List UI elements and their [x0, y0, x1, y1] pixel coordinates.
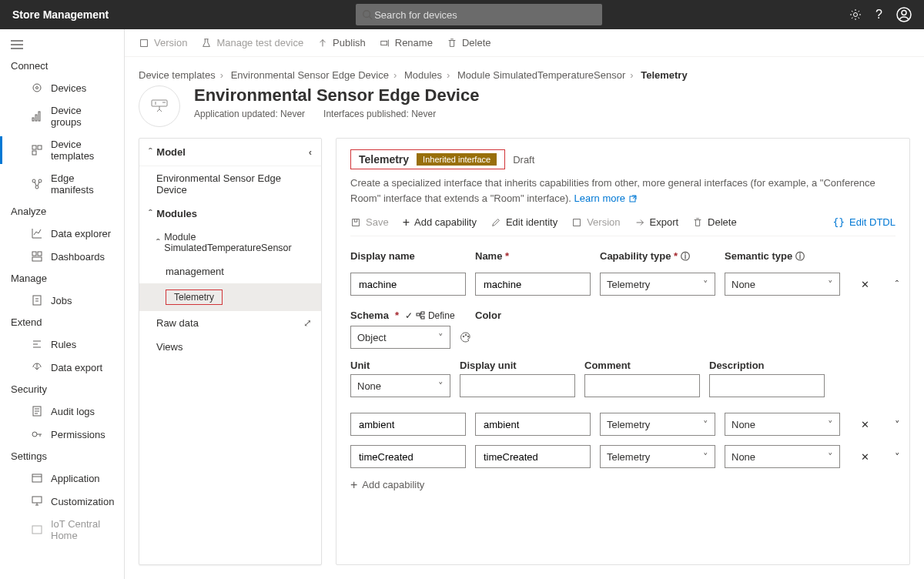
capability-type-select[interactable]: Telemetry˅: [600, 413, 715, 436]
tree-telemetry[interactable]: Telemetry: [139, 283, 321, 311]
tool-publish[interactable]: Publish: [317, 37, 366, 49]
unit-select[interactable]: None˅: [350, 374, 450, 397]
nav-item-edge-manifests[interactable]: Edge manifests: [0, 167, 124, 201]
name-input[interactable]: [475, 273, 591, 296]
name-input[interactable]: [475, 445, 591, 468]
job-icon: [31, 294, 43, 306]
expand-row-button[interactable]: ˅: [889, 419, 905, 430]
add-capability-link[interactable]: +Add capability: [350, 473, 896, 497]
svg-rect-12: [38, 112, 40, 121]
nav-item-permissions[interactable]: Permissions: [0, 423, 124, 446]
svg-point-2: [854, 13, 858, 17]
search-box[interactable]: [356, 4, 602, 25]
expand-row-button[interactable]: ˅: [889, 451, 905, 463]
nav-item-devices[interactable]: Devices: [0, 76, 124, 99]
breadcrumb-current: Telemetry: [641, 69, 687, 81]
svg-line-1: [370, 17, 373, 20]
define-button[interactable]: ✓ Define: [405, 310, 455, 321]
breadcrumb-link[interactable]: Module SimulatedTemperatureSensor: [457, 69, 625, 81]
svg-rect-19: [32, 252, 36, 256]
nav-item-dashboards[interactable]: Dashboards: [0, 245, 124, 268]
nav-item-audit-logs[interactable]: Audit logs: [0, 400, 124, 423]
semantic-type-select[interactable]: None˅: [725, 445, 840, 468]
left-navigation: Connect Devices Device groups Device tem…: [0, 29, 125, 579]
help-icon[interactable]: ?: [875, 8, 882, 22]
collapse-row-button[interactable]: ˆ: [889, 279, 905, 290]
nav-item-rules[interactable]: Rules: [0, 333, 124, 356]
column-headers: Display name Name * Capability type *ⓘ S…: [350, 246, 896, 268]
nav-item-customization[interactable]: Customization: [0, 490, 124, 513]
semantic-type-select[interactable]: None˅: [725, 273, 840, 296]
chevron-up-icon[interactable]: ˆ: [149, 146, 152, 158]
settings-gear-icon[interactable]: [849, 8, 862, 21]
color-picker-icon[interactable]: [460, 331, 575, 343]
info-icon[interactable]: ⓘ: [795, 251, 805, 262]
hamburger-menu-icon[interactable]: [0, 37, 124, 55]
expand-icon[interactable]: ⤢: [303, 317, 312, 329]
svg-rect-11: [35, 115, 37, 121]
tree-views[interactable]: Views: [139, 335, 321, 359]
description-input[interactable]: [709, 374, 825, 397]
export-button[interactable]: Export: [634, 216, 679, 228]
semantic-type-select[interactable]: None˅: [725, 413, 840, 436]
nav-item-device-templates[interactable]: Device templates: [0, 133, 124, 167]
remove-row-button[interactable]: ✕: [849, 419, 880, 430]
display-name-input[interactable]: [350, 445, 466, 468]
info-icon[interactable]: ⓘ: [681, 251, 690, 262]
breadcrumb-link[interactable]: Environmental Sensor Edge Device: [231, 69, 389, 81]
edit-dtdl-button[interactable]: {}Edit DTDL: [832, 216, 896, 228]
version-button[interactable]: Version: [571, 216, 620, 228]
save-button[interactable]: Save: [350, 216, 389, 228]
nav-item-device-groups[interactable]: Device groups: [0, 99, 124, 133]
rules-icon: [31, 338, 43, 350]
remove-row-button[interactable]: ✕: [849, 451, 880, 463]
search-input[interactable]: [373, 8, 596, 22]
export-arrow-icon: [634, 217, 645, 228]
comment-input[interactable]: [584, 374, 700, 397]
capability-editor: Telemetry Inherited interface Draft Crea…: [336, 138, 910, 565]
display-unit-input[interactable]: [460, 374, 575, 397]
tool-manage-test[interactable]: Manage test device: [201, 37, 303, 49]
col-name: Name *: [475, 250, 591, 263]
svg-rect-33: [574, 219, 581, 226]
tree-root[interactable]: Environmental Sensor Edge Device: [139, 166, 321, 202]
add-capability-button[interactable]: +Add capability: [403, 216, 477, 228]
tool-delete[interactable]: Delete: [447, 37, 491, 49]
capability-type-select[interactable]: Telemetry˅: [600, 445, 715, 468]
tree-modules[interactable]: ˆModules: [139, 202, 321, 226]
nav-item-data-export[interactable]: Data export: [0, 356, 124, 379]
nav-item-application[interactable]: Application: [0, 467, 124, 490]
edit-identity-button[interactable]: Edit identity: [490, 216, 557, 228]
display-unit-header: Display unit: [460, 360, 575, 371]
tree-management[interactable]: management: [139, 259, 321, 283]
nav-section-settings: Settings: [0, 446, 124, 467]
delete-button[interactable]: Delete: [692, 216, 737, 228]
nav-section-analyze: Analyze: [0, 201, 124, 222]
template-icon: [31, 144, 43, 156]
tree-module[interactable]: ˆModule SimulatedTemperatureSensor: [139, 226, 321, 259]
tool-rename[interactable]: Rename: [380, 37, 433, 49]
col-semantic-type: Semantic typeⓘ: [725, 250, 840, 263]
capability-type-select[interactable]: Telemetry˅: [600, 273, 715, 296]
breadcrumb-link[interactable]: Device templates: [139, 69, 216, 81]
tool-version[interactable]: Version: [139, 37, 187, 49]
svg-rect-27: [32, 526, 42, 534]
learn-more-link[interactable]: Learn more: [574, 192, 638, 204]
beaker-icon: [201, 38, 212, 49]
breadcrumb-link[interactable]: Modules: [404, 69, 442, 81]
tree-raw-data[interactable]: Raw data⤢: [139, 311, 321, 335]
account-icon[interactable]: [896, 7, 912, 22]
collapse-panel-icon[interactable]: ‹: [309, 146, 312, 158]
chevron-down-icon: ˅: [828, 451, 833, 463]
remove-row-button[interactable]: ✕: [849, 279, 880, 290]
display-name-input[interactable]: [350, 413, 466, 436]
nav-item-jobs[interactable]: Jobs: [0, 289, 124, 312]
schema-select[interactable]: Object˅: [350, 326, 450, 349]
name-input[interactable]: [475, 413, 591, 436]
nav-item-iot-home[interactable]: IoT Central Home: [0, 513, 124, 547]
inherited-badge: Inherited interface: [417, 153, 497, 166]
svg-point-18: [35, 186, 38, 189]
display-name-input[interactable]: [350, 273, 466, 296]
nav-item-data-explorer[interactable]: Data explorer: [0, 222, 124, 245]
chevron-down-icon: ˅: [703, 419, 708, 430]
